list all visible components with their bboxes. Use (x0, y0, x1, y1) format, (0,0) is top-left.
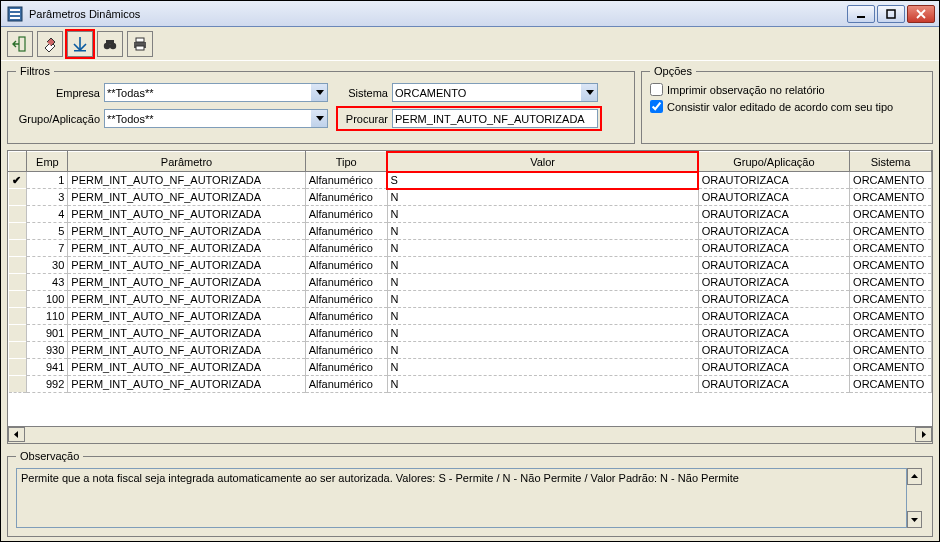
cell-grupo[interactable]: ORAUTORIZACA (698, 359, 849, 376)
cell-sistema[interactable]: ORCAMENTO (850, 240, 932, 257)
cell-valor[interactable]: N (387, 240, 698, 257)
cell-sistema[interactable]: ORCAMENTO (850, 308, 932, 325)
row-handle[interactable] (9, 257, 27, 274)
cell-emp[interactable]: 941 (27, 359, 68, 376)
cell-tipo[interactable]: Alfanumérico (305, 308, 387, 325)
cell-emp[interactable]: 7 (27, 240, 68, 257)
cell-valor[interactable]: N (387, 376, 698, 393)
cell-parametro[interactable]: PERM_INT_AUTO_NF_AUTORIZADA (68, 342, 305, 359)
row-handle[interactable] (9, 274, 27, 291)
cell-grupo[interactable]: ORAUTORIZACA (698, 189, 849, 206)
cell-sistema[interactable]: ORCAMENTO (850, 376, 932, 393)
table-row[interactable]: 4PERM_INT_AUTO_NF_AUTORIZADAAlfanumérico… (9, 206, 932, 223)
table-row[interactable]: 992PERM_INT_AUTO_NF_AUTORIZADAAlfanuméri… (9, 376, 932, 393)
cell-emp[interactable]: 5 (27, 223, 68, 240)
cell-tipo[interactable]: Alfanumérico (305, 359, 387, 376)
consistir-check-input[interactable] (650, 100, 663, 113)
procurar-input[interactable] (392, 109, 598, 128)
table-row[interactable]: 901PERM_INT_AUTO_NF_AUTORIZADAAlfanuméri… (9, 325, 932, 342)
cell-parametro[interactable]: PERM_INT_AUTO_NF_AUTORIZADA (68, 206, 305, 223)
row-handle[interactable] (9, 206, 27, 223)
cell-emp[interactable]: 110 (27, 308, 68, 325)
table-row[interactable]: 3PERM_INT_AUTO_NF_AUTORIZADAAlfanumérico… (9, 189, 932, 206)
cell-valor[interactable]: N (387, 257, 698, 274)
cell-valor[interactable]: N (387, 325, 698, 342)
cell-grupo[interactable]: ORAUTORIZACA (698, 342, 849, 359)
cell-tipo[interactable]: Alfanumérico (305, 172, 387, 189)
cell-emp[interactable]: 930 (27, 342, 68, 359)
cell-parametro[interactable]: PERM_INT_AUTO_NF_AUTORIZADA (68, 291, 305, 308)
cell-sistema[interactable]: ORCAMENTO (850, 223, 932, 240)
cell-emp[interactable]: 43 (27, 274, 68, 291)
cell-sistema[interactable]: ORCAMENTO (850, 257, 932, 274)
cell-grupo[interactable]: ORAUTORIZACA (698, 274, 849, 291)
clear-button[interactable] (37, 31, 63, 57)
cell-emp[interactable]: 30 (27, 257, 68, 274)
cell-valor[interactable]: N (387, 308, 698, 325)
cell-valor[interactable]: N (387, 206, 698, 223)
row-handle[interactable]: ✔ (9, 172, 27, 189)
exit-button[interactable] (7, 31, 33, 57)
scroll-left-icon[interactable] (8, 427, 25, 442)
cell-sistema[interactable]: ORCAMENTO (850, 189, 932, 206)
cell-emp[interactable]: 992 (27, 376, 68, 393)
cell-parametro[interactable]: PERM_INT_AUTO_NF_AUTORIZADA (68, 240, 305, 257)
cell-grupo[interactable]: ORAUTORIZACA (698, 206, 849, 223)
col-parametro[interactable]: Parâmetro (68, 152, 305, 172)
cell-emp[interactable]: 100 (27, 291, 68, 308)
cell-tipo[interactable]: Alfanumérico (305, 325, 387, 342)
cell-parametro[interactable]: PERM_INT_AUTO_NF_AUTORIZADA (68, 257, 305, 274)
find-button[interactable] (97, 31, 123, 57)
cell-tipo[interactable]: Alfanumérico (305, 274, 387, 291)
obs-vertical-scrollbar[interactable] (907, 468, 924, 528)
row-handle[interactable] (9, 359, 27, 376)
cell-sistema[interactable]: ORCAMENTO (850, 359, 932, 376)
cell-sistema[interactable]: ORCAMENTO (850, 206, 932, 223)
cell-tipo[interactable]: Alfanumérico (305, 189, 387, 206)
cell-emp[interactable]: 4 (27, 206, 68, 223)
cell-valor[interactable]: N (387, 342, 698, 359)
cell-grupo[interactable]: ORAUTORIZACA (698, 257, 849, 274)
table-row[interactable]: 930PERM_INT_AUTO_NF_AUTORIZADAAlfanuméri… (9, 342, 932, 359)
col-emp[interactable]: Emp (27, 152, 68, 172)
row-handle[interactable] (9, 342, 27, 359)
cell-sistema[interactable]: ORCAMENTO (850, 342, 932, 359)
cell-tipo[interactable]: Alfanumérico (305, 291, 387, 308)
maximize-button[interactable] (877, 5, 905, 23)
scroll-right-icon[interactable] (915, 427, 932, 442)
cell-tipo[interactable]: Alfanumérico (305, 342, 387, 359)
cell-emp[interactable]: 1 (27, 172, 68, 189)
cell-grupo[interactable]: ORAUTORIZACA (698, 376, 849, 393)
consistir-checkbox[interactable]: Consistir valor editado de acordo com se… (650, 100, 924, 113)
cell-parametro[interactable]: PERM_INT_AUTO_NF_AUTORIZADA (68, 172, 305, 189)
empresa-combo[interactable] (104, 83, 328, 102)
scroll-up-icon[interactable] (907, 468, 922, 485)
cell-grupo[interactable]: ORAUTORIZACA (698, 223, 849, 240)
minimize-button[interactable] (847, 5, 875, 23)
cell-sistema[interactable]: ORCAMENTO (850, 325, 932, 342)
col-rowhandle[interactable] (9, 152, 27, 172)
cell-grupo[interactable]: ORAUTORIZACA (698, 172, 849, 189)
cell-emp[interactable]: 901 (27, 325, 68, 342)
print-button[interactable] (127, 31, 153, 57)
cell-parametro[interactable]: PERM_INT_AUTO_NF_AUTORIZADA (68, 308, 305, 325)
parameters-grid[interactable]: Emp Parâmetro Tipo Valor Grupo/Aplicação… (7, 150, 933, 444)
save-button[interactable] (67, 31, 93, 57)
table-row[interactable]: 7PERM_INT_AUTO_NF_AUTORIZADAAlfanumérico… (9, 240, 932, 257)
col-sistema[interactable]: Sistema (850, 152, 932, 172)
cell-valor[interactable]: S (387, 172, 698, 189)
cell-sistema[interactable]: ORCAMENTO (850, 291, 932, 308)
cell-parametro[interactable]: PERM_INT_AUTO_NF_AUTORIZADA (68, 274, 305, 291)
cell-valor[interactable]: N (387, 274, 698, 291)
col-valor[interactable]: Valor (387, 152, 698, 172)
cell-parametro[interactable]: PERM_INT_AUTO_NF_AUTORIZADA (68, 325, 305, 342)
cell-parametro[interactable]: PERM_INT_AUTO_NF_AUTORIZADA (68, 376, 305, 393)
cell-grupo[interactable]: ORAUTORIZACA (698, 291, 849, 308)
cell-tipo[interactable]: Alfanumérico (305, 206, 387, 223)
cell-tipo[interactable]: Alfanumérico (305, 240, 387, 257)
row-handle[interactable] (9, 189, 27, 206)
imprimir-check-input[interactable] (650, 83, 663, 96)
imprimir-checkbox[interactable]: Imprimir observação no relatório (650, 83, 924, 96)
cell-tipo[interactable]: Alfanumérico (305, 257, 387, 274)
cell-grupo[interactable]: ORAUTORIZACA (698, 308, 849, 325)
